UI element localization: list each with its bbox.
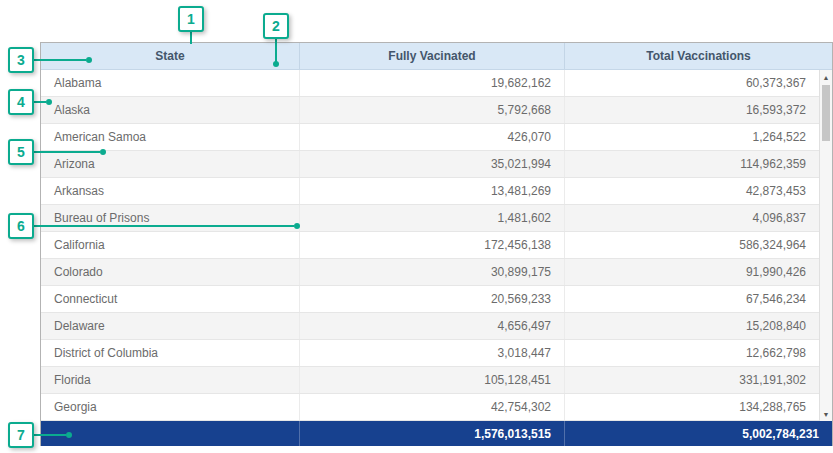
cell-total-vaccinations: 16,593,372 — [565, 97, 819, 123]
callout-2: 2 — [263, 13, 289, 39]
scrollbar-thumb[interactable] — [822, 85, 830, 141]
cell-fully-vacinated: 5,792,668 — [300, 97, 565, 123]
callout-3-dot — [86, 57, 92, 63]
table-row[interactable]: Alabama19,682,16260,373,367 — [41, 70, 819, 97]
table-row[interactable]: Florida105,128,451331,191,302 — [41, 367, 819, 394]
cell-total-vaccinations: 60,373,367 — [565, 70, 819, 96]
table-row[interactable]: Georgia42,754,302134,288,765 — [41, 394, 819, 421]
column-header-total-vaccinations[interactable]: Total Vaccinations — [565, 43, 832, 69]
vertical-scrollbar[interactable]: ▲ ▼ — [819, 70, 832, 421]
callout-5-line — [34, 151, 100, 153]
cell-fully-vacinated: 20,569,233 — [300, 286, 565, 312]
cell-total-vaccinations: 42,873,453 — [565, 178, 819, 204]
table-row[interactable]: Alaska5,792,66816,593,372 — [41, 97, 819, 124]
cell-state: Alabama — [41, 70, 300, 96]
cell-total-vaccinations: 134,288,765 — [565, 394, 819, 420]
cell-state: Connecticut — [41, 286, 300, 312]
callout-5: 5 — [8, 139, 34, 165]
callout-6: 6 — [8, 213, 34, 239]
cell-total-vaccinations: 586,324,964 — [565, 232, 819, 258]
table-header: StateFully VacinatedTotal Vaccinations — [41, 43, 832, 70]
table-body: Alabama19,682,16260,373,367Alaska5,792,6… — [41, 70, 832, 421]
table-row[interactable]: District of Columbia3,018,44712,662,798 — [41, 340, 819, 367]
cell-fully-vacinated: 1,481,602 — [300, 205, 565, 231]
cell-fully-vacinated: 172,456,138 — [300, 232, 565, 258]
callout-7-dot — [66, 432, 72, 438]
cell-state: Colorado — [41, 259, 300, 285]
callout-3: 3 — [8, 47, 34, 73]
cell-state: Arizona — [41, 151, 300, 177]
cell-total-vaccinations: 91,990,426 — [565, 259, 819, 285]
cell-total-vaccinations: 15,208,840 — [565, 313, 819, 339]
cell-state: District of Columbia — [41, 340, 300, 366]
scroll-down-icon[interactable]: ▼ — [820, 407, 832, 421]
cell-fully-vacinated: 426,070 — [300, 124, 565, 150]
table-row[interactable]: California172,456,138586,324,964 — [41, 232, 819, 259]
callout-4-dot — [46, 99, 52, 105]
cell-state: Georgia — [41, 394, 300, 420]
cell-fully-vacinated: 13,481,269 — [300, 178, 565, 204]
column-header-fully-vacinated[interactable]: Fully Vacinated — [300, 43, 565, 69]
summary-row: 1,576,013,5155,002,784,231 — [41, 421, 832, 446]
cell-total-vaccinations: 114,962,359 — [565, 151, 819, 177]
table-row[interactable]: Colorado30,899,17591,990,426 — [41, 259, 819, 286]
callout-2-dot — [273, 61, 279, 67]
cell-state: Delaware — [41, 313, 300, 339]
cell-state: Alaska — [41, 97, 300, 123]
cell-fully-vacinated: 19,682,162 — [300, 70, 565, 96]
table-rows: Alabama19,682,16260,373,367Alaska5,792,6… — [41, 70, 819, 421]
callout-4: 4 — [8, 89, 34, 115]
column-header-state[interactable]: State — [41, 43, 300, 69]
table-row[interactable]: Bureau of Prisons1,481,6024,096,837 — [41, 205, 819, 232]
cell-total-vaccinations: 4,096,837 — [565, 205, 819, 231]
summary-cell-2: 5,002,784,231 — [565, 421, 832, 446]
callout-6-dot — [294, 223, 300, 229]
cell-state: Bureau of Prisons — [41, 205, 300, 231]
table-row[interactable]: American Samoa426,0701,264,522 — [41, 124, 819, 151]
cell-state: American Samoa — [41, 124, 300, 150]
cell-total-vaccinations: 331,191,302 — [565, 367, 819, 393]
callout-1: 1 — [178, 6, 204, 32]
callout-5-dot — [100, 149, 106, 155]
table-row[interactable]: Arkansas13,481,26942,873,453 — [41, 178, 819, 205]
summary-cell-1: 1,576,013,515 — [300, 421, 565, 446]
cell-total-vaccinations: 1,264,522 — [565, 124, 819, 150]
scroll-up-icon[interactable]: ▲ — [820, 70, 832, 84]
cell-fully-vacinated: 35,021,994 — [300, 151, 565, 177]
table-row[interactable]: Delaware4,656,49715,208,840 — [41, 313, 819, 340]
table-row[interactable]: Connecticut20,569,23367,546,234 — [41, 286, 819, 313]
cell-fully-vacinated: 105,128,451 — [300, 367, 565, 393]
cell-fully-vacinated: 42,754,302 — [300, 394, 565, 420]
callout-7: 7 — [8, 422, 34, 448]
callout-6-line — [34, 225, 294, 227]
cell-total-vaccinations: 12,662,798 — [565, 340, 819, 366]
summary-cell-0 — [41, 421, 300, 446]
callout-1-line — [190, 32, 192, 44]
cell-fully-vacinated: 4,656,497 — [300, 313, 565, 339]
cell-state: Florida — [41, 367, 300, 393]
cell-fully-vacinated: 3,018,447 — [300, 340, 565, 366]
table-row[interactable]: Arizona35,021,994114,962,359 — [41, 151, 819, 178]
callout-7-line — [34, 434, 66, 436]
callout-2-line — [275, 39, 277, 62]
cell-state: California — [41, 232, 300, 258]
callout-3-line — [34, 59, 86, 61]
cell-fully-vacinated: 30,899,175 — [300, 259, 565, 285]
cell-state: Arkansas — [41, 178, 300, 204]
cell-total-vaccinations: 67,546,234 — [565, 286, 819, 312]
attribute-table: StateFully VacinatedTotal Vaccinations A… — [40, 42, 833, 446]
callout-4-line — [34, 101, 46, 103]
